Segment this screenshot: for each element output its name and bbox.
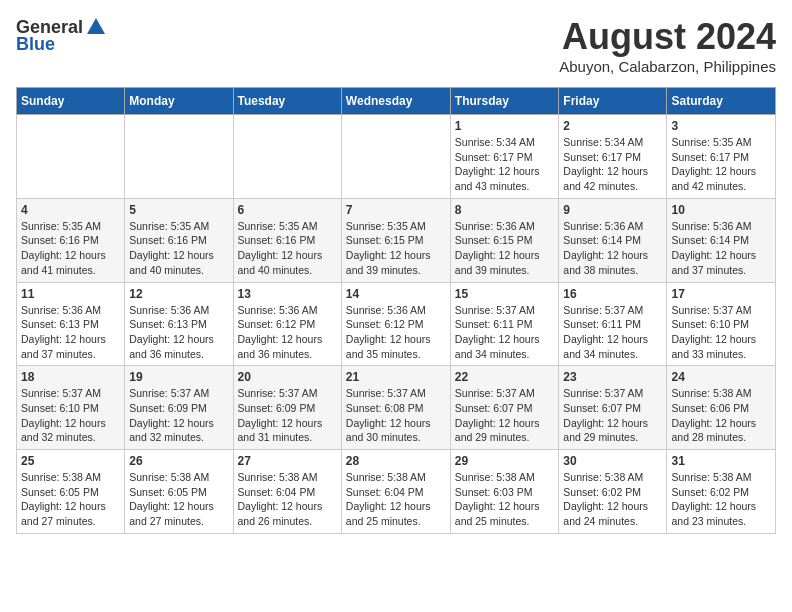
day-number: 14	[346, 287, 446, 301]
calendar-cell: 1Sunrise: 5:34 AM Sunset: 6:17 PM Daylig…	[450, 115, 559, 199]
day-info: Sunrise: 5:35 AM Sunset: 6:16 PM Dayligh…	[129, 219, 228, 278]
day-info: Sunrise: 5:37 AM Sunset: 6:07 PM Dayligh…	[563, 386, 662, 445]
calendar-week-row: 11Sunrise: 5:36 AM Sunset: 6:13 PM Dayli…	[17, 282, 776, 366]
day-info: Sunrise: 5:35 AM Sunset: 6:17 PM Dayligh…	[671, 135, 771, 194]
calendar-cell: 31Sunrise: 5:38 AM Sunset: 6:02 PM Dayli…	[667, 450, 776, 534]
day-info: Sunrise: 5:37 AM Sunset: 6:11 PM Dayligh…	[563, 303, 662, 362]
logo: General Blue	[16, 16, 107, 55]
day-number: 12	[129, 287, 228, 301]
calendar-cell: 25Sunrise: 5:38 AM Sunset: 6:05 PM Dayli…	[17, 450, 125, 534]
day-info: Sunrise: 5:37 AM Sunset: 6:10 PM Dayligh…	[671, 303, 771, 362]
calendar-cell: 24Sunrise: 5:38 AM Sunset: 6:06 PM Dayli…	[667, 366, 776, 450]
day-info: Sunrise: 5:35 AM Sunset: 6:15 PM Dayligh…	[346, 219, 446, 278]
logo-blue-text: Blue	[16, 34, 55, 55]
calendar-cell	[233, 115, 341, 199]
calendar-cell: 22Sunrise: 5:37 AM Sunset: 6:07 PM Dayli…	[450, 366, 559, 450]
day-info: Sunrise: 5:36 AM Sunset: 6:12 PM Dayligh…	[346, 303, 446, 362]
calendar-cell: 20Sunrise: 5:37 AM Sunset: 6:09 PM Dayli…	[233, 366, 341, 450]
location-subtitle: Abuyon, Calabarzon, Philippines	[559, 58, 776, 75]
calendar-cell: 26Sunrise: 5:38 AM Sunset: 6:05 PM Dayli…	[125, 450, 233, 534]
day-number: 17	[671, 287, 771, 301]
day-info: Sunrise: 5:34 AM Sunset: 6:17 PM Dayligh…	[455, 135, 555, 194]
calendar-cell: 30Sunrise: 5:38 AM Sunset: 6:02 PM Dayli…	[559, 450, 667, 534]
logo-icon	[85, 16, 107, 38]
calendar-cell: 8Sunrise: 5:36 AM Sunset: 6:15 PM Daylig…	[450, 198, 559, 282]
day-number: 21	[346, 370, 446, 384]
calendar-cell: 12Sunrise: 5:36 AM Sunset: 6:13 PM Dayli…	[125, 282, 233, 366]
day-info: Sunrise: 5:37 AM Sunset: 6:07 PM Dayligh…	[455, 386, 555, 445]
day-info: Sunrise: 5:36 AM Sunset: 6:14 PM Dayligh…	[671, 219, 771, 278]
day-info: Sunrise: 5:38 AM Sunset: 6:02 PM Dayligh…	[563, 470, 662, 529]
calendar-cell: 29Sunrise: 5:38 AM Sunset: 6:03 PM Dayli…	[450, 450, 559, 534]
day-number: 11	[21, 287, 120, 301]
svg-marker-0	[87, 18, 105, 34]
day-number: 1	[455, 119, 555, 133]
day-info: Sunrise: 5:35 AM Sunset: 6:16 PM Dayligh…	[21, 219, 120, 278]
calendar-header-row: SundayMondayTuesdayWednesdayThursdayFrid…	[17, 88, 776, 115]
day-number: 8	[455, 203, 555, 217]
calendar-header-sunday: Sunday	[17, 88, 125, 115]
day-info: Sunrise: 5:37 AM Sunset: 6:10 PM Dayligh…	[21, 386, 120, 445]
day-info: Sunrise: 5:36 AM Sunset: 6:13 PM Dayligh…	[129, 303, 228, 362]
day-info: Sunrise: 5:38 AM Sunset: 6:05 PM Dayligh…	[129, 470, 228, 529]
page-header: General Blue August 2024 Abuyon, Calabar…	[16, 16, 776, 75]
day-number: 13	[238, 287, 337, 301]
day-number: 5	[129, 203, 228, 217]
day-number: 28	[346, 454, 446, 468]
day-number: 29	[455, 454, 555, 468]
day-number: 30	[563, 454, 662, 468]
month-year-title: August 2024	[559, 16, 776, 58]
day-info: Sunrise: 5:36 AM Sunset: 6:15 PM Dayligh…	[455, 219, 555, 278]
calendar-header-thursday: Thursday	[450, 88, 559, 115]
day-info: Sunrise: 5:38 AM Sunset: 6:06 PM Dayligh…	[671, 386, 771, 445]
calendar-week-row: 1Sunrise: 5:34 AM Sunset: 6:17 PM Daylig…	[17, 115, 776, 199]
day-info: Sunrise: 5:36 AM Sunset: 6:13 PM Dayligh…	[21, 303, 120, 362]
calendar-cell: 21Sunrise: 5:37 AM Sunset: 6:08 PM Dayli…	[341, 366, 450, 450]
calendar-cell: 19Sunrise: 5:37 AM Sunset: 6:09 PM Dayli…	[125, 366, 233, 450]
day-info: Sunrise: 5:37 AM Sunset: 6:11 PM Dayligh…	[455, 303, 555, 362]
calendar-cell: 11Sunrise: 5:36 AM Sunset: 6:13 PM Dayli…	[17, 282, 125, 366]
calendar-cell: 3Sunrise: 5:35 AM Sunset: 6:17 PM Daylig…	[667, 115, 776, 199]
day-info: Sunrise: 5:37 AM Sunset: 6:09 PM Dayligh…	[129, 386, 228, 445]
calendar-header-tuesday: Tuesday	[233, 88, 341, 115]
calendar-cell: 27Sunrise: 5:38 AM Sunset: 6:04 PM Dayli…	[233, 450, 341, 534]
calendar-cell: 7Sunrise: 5:35 AM Sunset: 6:15 PM Daylig…	[341, 198, 450, 282]
day-number: 24	[671, 370, 771, 384]
day-info: Sunrise: 5:38 AM Sunset: 6:02 PM Dayligh…	[671, 470, 771, 529]
calendar-body: 1Sunrise: 5:34 AM Sunset: 6:17 PM Daylig…	[17, 115, 776, 534]
calendar-cell: 10Sunrise: 5:36 AM Sunset: 6:14 PM Dayli…	[667, 198, 776, 282]
day-number: 3	[671, 119, 771, 133]
calendar-cell	[17, 115, 125, 199]
day-info: Sunrise: 5:38 AM Sunset: 6:04 PM Dayligh…	[346, 470, 446, 529]
day-info: Sunrise: 5:36 AM Sunset: 6:14 PM Dayligh…	[563, 219, 662, 278]
calendar-cell: 9Sunrise: 5:36 AM Sunset: 6:14 PM Daylig…	[559, 198, 667, 282]
day-info: Sunrise: 5:34 AM Sunset: 6:17 PM Dayligh…	[563, 135, 662, 194]
day-number: 25	[21, 454, 120, 468]
calendar-header-friday: Friday	[559, 88, 667, 115]
calendar-cell	[341, 115, 450, 199]
day-number: 31	[671, 454, 771, 468]
calendar-cell: 13Sunrise: 5:36 AM Sunset: 6:12 PM Dayli…	[233, 282, 341, 366]
day-number: 22	[455, 370, 555, 384]
day-info: Sunrise: 5:38 AM Sunset: 6:03 PM Dayligh…	[455, 470, 555, 529]
day-info: Sunrise: 5:35 AM Sunset: 6:16 PM Dayligh…	[238, 219, 337, 278]
title-section: August 2024 Abuyon, Calabarzon, Philippi…	[559, 16, 776, 75]
day-number: 27	[238, 454, 337, 468]
calendar-cell: 28Sunrise: 5:38 AM Sunset: 6:04 PM Dayli…	[341, 450, 450, 534]
day-info: Sunrise: 5:38 AM Sunset: 6:05 PM Dayligh…	[21, 470, 120, 529]
calendar-header-wednesday: Wednesday	[341, 88, 450, 115]
day-info: Sunrise: 5:38 AM Sunset: 6:04 PM Dayligh…	[238, 470, 337, 529]
calendar-cell: 2Sunrise: 5:34 AM Sunset: 6:17 PM Daylig…	[559, 115, 667, 199]
calendar-cell: 5Sunrise: 5:35 AM Sunset: 6:16 PM Daylig…	[125, 198, 233, 282]
calendar-cell: 23Sunrise: 5:37 AM Sunset: 6:07 PM Dayli…	[559, 366, 667, 450]
calendar-cell: 16Sunrise: 5:37 AM Sunset: 6:11 PM Dayli…	[559, 282, 667, 366]
calendar-cell	[125, 115, 233, 199]
day-number: 19	[129, 370, 228, 384]
day-number: 9	[563, 203, 662, 217]
day-number: 4	[21, 203, 120, 217]
calendar-table: SundayMondayTuesdayWednesdayThursdayFrid…	[16, 87, 776, 534]
calendar-cell: 17Sunrise: 5:37 AM Sunset: 6:10 PM Dayli…	[667, 282, 776, 366]
day-number: 2	[563, 119, 662, 133]
day-number: 6	[238, 203, 337, 217]
calendar-header-monday: Monday	[125, 88, 233, 115]
